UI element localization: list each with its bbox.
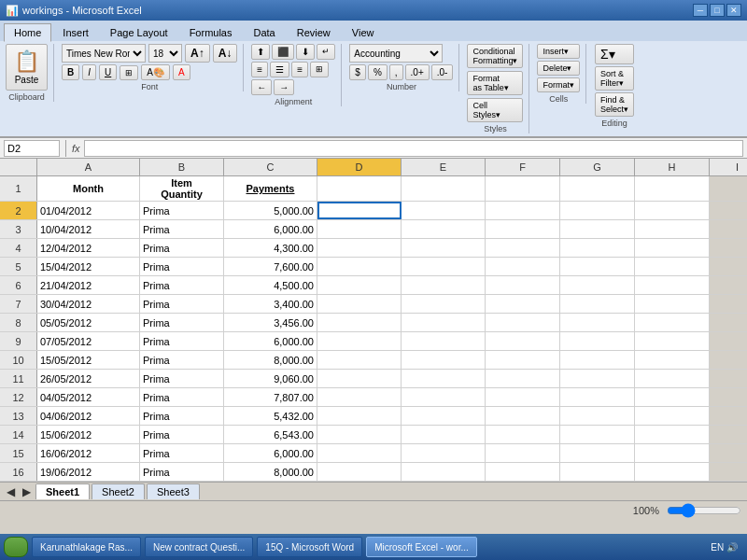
align-middle-button[interactable]: ⬛ [272, 44, 294, 60]
find-select-button[interactable]: Find &Select▾ [595, 92, 634, 117]
row-header-8[interactable]: 8 [0, 314, 37, 331]
tab-review[interactable]: Review [287, 23, 341, 41]
font-color-button[interactable]: A [173, 64, 190, 80]
col-header-i[interactable]: I [710, 159, 747, 175]
cell-c11[interactable]: 9,060.00 [224, 370, 317, 387]
row-header-12[interactable]: 12 [0, 388, 37, 406]
font-size-select[interactable]: 18 [148, 44, 182, 63]
cell-a10[interactable]: 15/05/2012 [37, 351, 140, 369]
font-name-select[interactable]: Times New Rom [62, 44, 146, 63]
cell-a14[interactable]: 15/06/2012 [37, 426, 140, 443]
cell-c16[interactable]: 8,000.00 [224, 463, 317, 481]
cell-e1[interactable] [402, 176, 486, 201]
cell-g6[interactable] [560, 276, 635, 294]
cell-e16[interactable] [402, 463, 486, 481]
cell-g5[interactable] [560, 258, 635, 275]
cell-g16[interactable] [560, 463, 635, 481]
cell-d11[interactable] [317, 370, 402, 387]
cell-d5[interactable] [317, 258, 402, 275]
cell-h15[interactable] [635, 444, 710, 462]
cell-b9[interactable]: Prima [140, 332, 224, 350]
cell-e7[interactable] [402, 295, 486, 313]
font-grow-button[interactable]: A↑ [185, 44, 210, 63]
decimal-increase-button[interactable]: .0+ [405, 64, 430, 80]
cell-h12[interactable] [635, 388, 710, 406]
cell-d16[interactable] [317, 463, 402, 481]
number-format-select[interactable]: Accounting General Number Currency Perce… [349, 44, 443, 63]
percent-button[interactable]: % [368, 64, 388, 80]
cell-e4[interactable] [402, 239, 486, 257]
cell-c10[interactable]: 8,000.00 [224, 351, 317, 369]
cell-d12[interactable] [317, 388, 402, 406]
cell-b16[interactable]: Prima [140, 463, 224, 481]
comma-button[interactable]: , [389, 64, 403, 80]
cell-a9[interactable]: 07/05/2012 [37, 332, 140, 350]
col-header-e[interactable]: E [402, 159, 486, 175]
cell-g2[interactable] [560, 202, 635, 219]
cell-g8[interactable] [560, 314, 635, 331]
cell-e8[interactable] [402, 314, 486, 331]
cell-e15[interactable] [402, 444, 486, 462]
cell-g4[interactable] [560, 239, 635, 257]
cell-a6[interactable]: 21/04/2012 [37, 276, 140, 294]
cell-c15[interactable]: 6,000.00 [224, 444, 317, 462]
cell-c3[interactable]: 6,000.00 [224, 220, 317, 238]
sheet-tab-3[interactable]: Sheet3 [147, 483, 200, 499]
align-bottom-button[interactable]: ⬇ [296, 44, 315, 60]
cell-d1[interactable] [317, 176, 402, 201]
row-header-11[interactable]: 11 [0, 370, 37, 387]
cell-b11[interactable]: Prima [140, 370, 224, 387]
cell-e6[interactable] [402, 276, 486, 294]
italic-button[interactable]: I [82, 64, 96, 80]
tab-page-layout[interactable]: Page Layout [100, 23, 178, 41]
cell-b13[interactable]: Prima [140, 407, 224, 425]
row-header-3[interactable]: 3 [0, 220, 37, 238]
sheet-tab-2[interactable]: Sheet2 [92, 483, 145, 499]
align-left-button[interactable]: ≡ [251, 62, 268, 77]
tab-view[interactable]: View [342, 23, 385, 41]
taskbar-item-4[interactable]: Microsoft Excel - wor... [366, 537, 477, 557]
cell-h1[interactable] [635, 176, 710, 201]
cell-h5[interactable] [635, 258, 710, 275]
row-header-16[interactable]: 16 [0, 463, 37, 481]
indent-decrease-button[interactable]: ← [251, 79, 272, 95]
border-button[interactable]: ⊞ [120, 65, 138, 80]
cell-g9[interactable] [560, 332, 635, 350]
col-header-a[interactable]: A [37, 159, 140, 175]
maximize-button[interactable]: □ [710, 4, 725, 17]
taskbar-item-3[interactable]: 15Q - Microsoft Word [257, 537, 362, 557]
cell-a15[interactable]: 16/06/2012 [37, 444, 140, 462]
cell-d9[interactable] [317, 332, 402, 350]
cell-e10[interactable] [402, 351, 486, 369]
cell-d6[interactable] [317, 276, 402, 294]
cell-c1[interactable]: Payments [224, 176, 317, 201]
cell-e3[interactable] [402, 220, 486, 238]
cell-e12[interactable] [402, 388, 486, 406]
cell-f16[interactable] [486, 463, 560, 481]
col-header-g[interactable]: G [560, 159, 635, 175]
cell-h10[interactable] [635, 351, 710, 369]
cell-d7[interactable] [317, 295, 402, 313]
row-header-6[interactable]: 6 [0, 276, 37, 294]
wrap-text-button[interactable]: ↵ [317, 44, 335, 60]
cell-a12[interactable]: 04/05/2012 [37, 388, 140, 406]
cell-f13[interactable] [486, 407, 560, 425]
cell-h16[interactable] [635, 463, 710, 481]
col-header-f[interactable]: F [486, 159, 560, 175]
row-header-4[interactable]: 4 [0, 239, 37, 257]
fill-color-button[interactable]: A🎨 [141, 64, 170, 80]
cell-f5[interactable] [486, 258, 560, 275]
row-header-7[interactable]: 7 [0, 295, 37, 313]
cell-f14[interactable] [486, 426, 560, 443]
cell-f10[interactable] [486, 351, 560, 369]
cell-h13[interactable] [635, 407, 710, 425]
merge-button[interactable]: ⊞ [310, 62, 329, 77]
cell-b10[interactable]: Prima [140, 351, 224, 369]
row-header-13[interactable]: 13 [0, 407, 37, 425]
cell-h4[interactable] [635, 239, 710, 257]
paste-button[interactable]: 📋 Paste [6, 44, 48, 91]
cell-h2[interactable] [635, 202, 710, 219]
close-button[interactable]: ✕ [726, 4, 741, 17]
minimize-button[interactable]: ─ [693, 4, 708, 17]
cell-f9[interactable] [486, 332, 560, 350]
